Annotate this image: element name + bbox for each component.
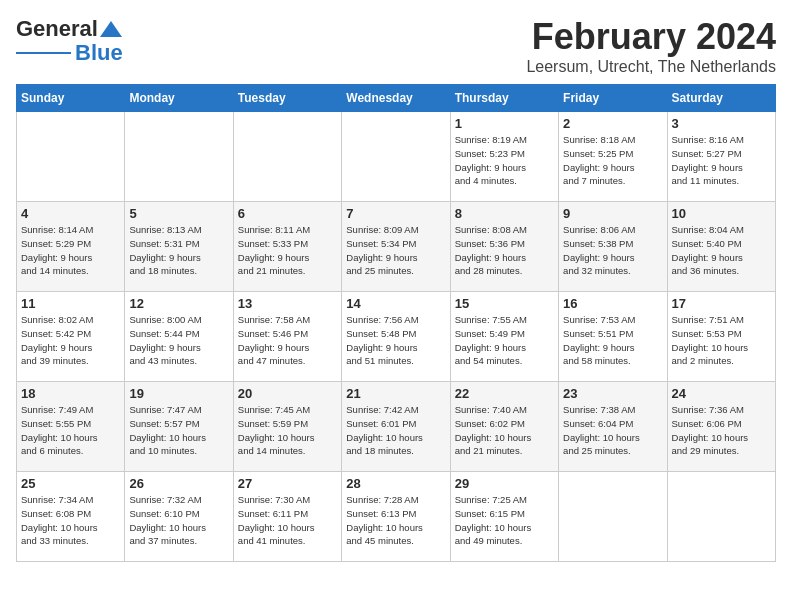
calendar-table: SundayMondayTuesdayWednesdayThursdayFrid…	[16, 84, 776, 562]
calendar-subtitle: Leersum, Utrecht, The Netherlands	[526, 58, 776, 76]
day-number: 4	[21, 206, 120, 221]
calendar-day-cell: 26Sunrise: 7:32 AM Sunset: 6:10 PM Dayli…	[125, 472, 233, 562]
calendar-day-cell: 29Sunrise: 7:25 AM Sunset: 6:15 PM Dayli…	[450, 472, 558, 562]
weekday-header: Saturday	[667, 85, 775, 112]
day-number: 26	[129, 476, 228, 491]
calendar-day-cell: 2Sunrise: 8:18 AM Sunset: 5:25 PM Daylig…	[559, 112, 667, 202]
day-number: 16	[563, 296, 662, 311]
day-info: Sunrise: 7:53 AM Sunset: 5:51 PM Dayligh…	[563, 313, 662, 368]
day-info: Sunrise: 8:16 AM Sunset: 5:27 PM Dayligh…	[672, 133, 771, 188]
calendar-day-cell: 19Sunrise: 7:47 AM Sunset: 5:57 PM Dayli…	[125, 382, 233, 472]
day-number: 27	[238, 476, 337, 491]
page-header: General Blue February 2024 Leersum, Utre…	[16, 16, 776, 76]
calendar-week-row: 25Sunrise: 7:34 AM Sunset: 6:08 PM Dayli…	[17, 472, 776, 562]
day-info: Sunrise: 7:58 AM Sunset: 5:46 PM Dayligh…	[238, 313, 337, 368]
day-info: Sunrise: 7:25 AM Sunset: 6:15 PM Dayligh…	[455, 493, 554, 548]
day-number: 5	[129, 206, 228, 221]
calendar-title: February 2024	[526, 16, 776, 58]
day-number: 21	[346, 386, 445, 401]
day-info: Sunrise: 7:30 AM Sunset: 6:11 PM Dayligh…	[238, 493, 337, 548]
calendar-day-cell: 16Sunrise: 7:53 AM Sunset: 5:51 PM Dayli…	[559, 292, 667, 382]
day-number: 10	[672, 206, 771, 221]
calendar-day-cell: 12Sunrise: 8:00 AM Sunset: 5:44 PM Dayli…	[125, 292, 233, 382]
day-info: Sunrise: 7:56 AM Sunset: 5:48 PM Dayligh…	[346, 313, 445, 368]
day-info: Sunrise: 7:32 AM Sunset: 6:10 PM Dayligh…	[129, 493, 228, 548]
day-number: 22	[455, 386, 554, 401]
day-info: Sunrise: 7:36 AM Sunset: 6:06 PM Dayligh…	[672, 403, 771, 458]
day-number: 14	[346, 296, 445, 311]
weekday-header: Monday	[125, 85, 233, 112]
day-number: 23	[563, 386, 662, 401]
calendar-day-cell: 3Sunrise: 8:16 AM Sunset: 5:27 PM Daylig…	[667, 112, 775, 202]
day-info: Sunrise: 7:55 AM Sunset: 5:49 PM Dayligh…	[455, 313, 554, 368]
calendar-empty-cell	[559, 472, 667, 562]
calendar-day-cell: 24Sunrise: 7:36 AM Sunset: 6:06 PM Dayli…	[667, 382, 775, 472]
calendar-day-cell: 4Sunrise: 8:14 AM Sunset: 5:29 PM Daylig…	[17, 202, 125, 292]
calendar-day-cell: 10Sunrise: 8:04 AM Sunset: 5:40 PM Dayli…	[667, 202, 775, 292]
day-info: Sunrise: 8:04 AM Sunset: 5:40 PM Dayligh…	[672, 223, 771, 278]
calendar-day-cell: 5Sunrise: 8:13 AM Sunset: 5:31 PM Daylig…	[125, 202, 233, 292]
logo-underline	[16, 52, 71, 54]
logo-blue: Blue	[75, 40, 123, 66]
calendar-day-cell: 21Sunrise: 7:42 AM Sunset: 6:01 PM Dayli…	[342, 382, 450, 472]
day-number: 20	[238, 386, 337, 401]
day-info: Sunrise: 7:38 AM Sunset: 6:04 PM Dayligh…	[563, 403, 662, 458]
logo-icon	[100, 21, 122, 37]
calendar-day-cell: 28Sunrise: 7:28 AM Sunset: 6:13 PM Dayli…	[342, 472, 450, 562]
day-info: Sunrise: 7:49 AM Sunset: 5:55 PM Dayligh…	[21, 403, 120, 458]
day-info: Sunrise: 7:34 AM Sunset: 6:08 PM Dayligh…	[21, 493, 120, 548]
day-number: 15	[455, 296, 554, 311]
day-info: Sunrise: 7:51 AM Sunset: 5:53 PM Dayligh…	[672, 313, 771, 368]
day-number: 24	[672, 386, 771, 401]
weekday-header: Sunday	[17, 85, 125, 112]
day-info: Sunrise: 8:02 AM Sunset: 5:42 PM Dayligh…	[21, 313, 120, 368]
calendar-header-row: SundayMondayTuesdayWednesdayThursdayFrid…	[17, 85, 776, 112]
day-info: Sunrise: 8:19 AM Sunset: 5:23 PM Dayligh…	[455, 133, 554, 188]
day-info: Sunrise: 8:14 AM Sunset: 5:29 PM Dayligh…	[21, 223, 120, 278]
day-info: Sunrise: 8:09 AM Sunset: 5:34 PM Dayligh…	[346, 223, 445, 278]
calendar-day-cell: 25Sunrise: 7:34 AM Sunset: 6:08 PM Dayli…	[17, 472, 125, 562]
calendar-day-cell: 14Sunrise: 7:56 AM Sunset: 5:48 PM Dayli…	[342, 292, 450, 382]
calendar-empty-cell	[342, 112, 450, 202]
day-number: 2	[563, 116, 662, 131]
weekday-header: Tuesday	[233, 85, 341, 112]
title-block: February 2024 Leersum, Utrecht, The Neth…	[526, 16, 776, 76]
calendar-day-cell: 7Sunrise: 8:09 AM Sunset: 5:34 PM Daylig…	[342, 202, 450, 292]
calendar-day-cell: 18Sunrise: 7:49 AM Sunset: 5:55 PM Dayli…	[17, 382, 125, 472]
day-number: 18	[21, 386, 120, 401]
calendar-day-cell: 11Sunrise: 8:02 AM Sunset: 5:42 PM Dayli…	[17, 292, 125, 382]
calendar-day-cell: 8Sunrise: 8:08 AM Sunset: 5:36 PM Daylig…	[450, 202, 558, 292]
day-info: Sunrise: 8:13 AM Sunset: 5:31 PM Dayligh…	[129, 223, 228, 278]
calendar-day-cell: 22Sunrise: 7:40 AM Sunset: 6:02 PM Dayli…	[450, 382, 558, 472]
svg-marker-0	[100, 21, 122, 37]
calendar-week-row: 18Sunrise: 7:49 AM Sunset: 5:55 PM Dayli…	[17, 382, 776, 472]
day-number: 1	[455, 116, 554, 131]
weekday-header: Thursday	[450, 85, 558, 112]
calendar-day-cell: 9Sunrise: 8:06 AM Sunset: 5:38 PM Daylig…	[559, 202, 667, 292]
day-number: 7	[346, 206, 445, 221]
day-info: Sunrise: 8:06 AM Sunset: 5:38 PM Dayligh…	[563, 223, 662, 278]
calendar-empty-cell	[667, 472, 775, 562]
day-number: 25	[21, 476, 120, 491]
day-number: 28	[346, 476, 445, 491]
day-info: Sunrise: 8:18 AM Sunset: 5:25 PM Dayligh…	[563, 133, 662, 188]
logo-general: General	[16, 16, 98, 42]
day-number: 6	[238, 206, 337, 221]
calendar-day-cell: 1Sunrise: 8:19 AM Sunset: 5:23 PM Daylig…	[450, 112, 558, 202]
calendar-empty-cell	[17, 112, 125, 202]
calendar-day-cell: 20Sunrise: 7:45 AM Sunset: 5:59 PM Dayli…	[233, 382, 341, 472]
calendar-week-row: 11Sunrise: 8:02 AM Sunset: 5:42 PM Dayli…	[17, 292, 776, 382]
calendar-day-cell: 13Sunrise: 7:58 AM Sunset: 5:46 PM Dayli…	[233, 292, 341, 382]
weekday-header: Wednesday	[342, 85, 450, 112]
calendar-week-row: 1Sunrise: 8:19 AM Sunset: 5:23 PM Daylig…	[17, 112, 776, 202]
day-number: 29	[455, 476, 554, 491]
day-number: 17	[672, 296, 771, 311]
logo: General Blue	[16, 16, 123, 66]
calendar-day-cell: 27Sunrise: 7:30 AM Sunset: 6:11 PM Dayli…	[233, 472, 341, 562]
weekday-header: Friday	[559, 85, 667, 112]
day-info: Sunrise: 7:40 AM Sunset: 6:02 PM Dayligh…	[455, 403, 554, 458]
calendar-week-row: 4Sunrise: 8:14 AM Sunset: 5:29 PM Daylig…	[17, 202, 776, 292]
day-number: 3	[672, 116, 771, 131]
day-number: 12	[129, 296, 228, 311]
day-info: Sunrise: 8:11 AM Sunset: 5:33 PM Dayligh…	[238, 223, 337, 278]
